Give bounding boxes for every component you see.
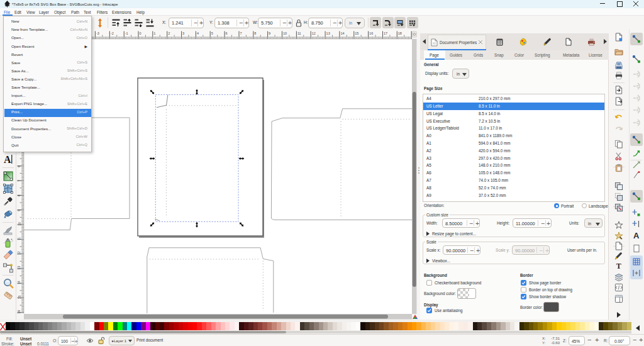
- svg-text:6: 6: [226, 31, 228, 35]
- svg-text:11: 11: [18, 237, 21, 241]
- svg-text:16: 16: [369, 31, 373, 35]
- svg-text:6: 6: [18, 165, 21, 167]
- svg-text:11: 11: [297, 31, 301, 35]
- svg-text:12: 12: [18, 251, 21, 255]
- svg-text:10: 10: [283, 31, 287, 35]
- svg-text:A: A: [4, 154, 11, 165]
- svg-text:-1: -1: [125, 31, 128, 35]
- svg-text:12: 12: [312, 31, 316, 35]
- svg-text:-2: -2: [111, 31, 114, 35]
- svg-text:4: 4: [197, 31, 199, 35]
- svg-text:3: 3: [182, 31, 184, 35]
- svg-text:15: 15: [355, 31, 358, 35]
- svg-text:5: 5: [211, 31, 213, 35]
- svg-text:9: 9: [269, 31, 270, 35]
- svg-text:15: 15: [18, 295, 21, 299]
- svg-text:2: 2: [168, 31, 170, 35]
- svg-text:1: 1: [153, 31, 155, 35]
- svg-text:9: 9: [18, 209, 21, 211]
- svg-text:7: 7: [240, 31, 242, 35]
- svg-text:14: 14: [18, 281, 21, 284]
- svg-text:T: T: [616, 262, 621, 270]
- svg-text:13: 13: [18, 266, 21, 270]
- svg-text:14: 14: [340, 31, 344, 35]
- svg-text:8: 8: [18, 194, 21, 196]
- svg-text:18: 18: [398, 31, 402, 35]
- svg-text:8: 8: [254, 31, 256, 35]
- svg-text:10: 10: [18, 222, 21, 226]
- svg-text:-3: -3: [96, 31, 99, 35]
- svg-text:7: 7: [18, 180, 21, 182]
- svg-text:17: 17: [384, 31, 387, 35]
- svg-text:13: 13: [326, 31, 330, 35]
- svg-text:16: 16: [18, 310, 21, 314]
- svg-text:A: A: [633, 231, 640, 240]
- svg-text:0: 0: [140, 31, 142, 35]
